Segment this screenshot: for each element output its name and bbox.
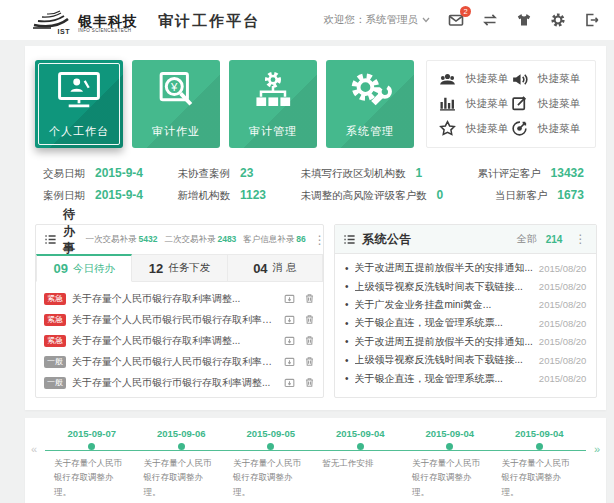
stats-row: 交易日期2015-9-4 案例日期2015-9-4 未协查案例23 新增机构数1… xyxy=(43,166,584,210)
quick-menu-item-chart[interactable]: 快捷菜单 xyxy=(439,95,511,112)
timeline-event[interactable]: 2015-09-07 关于存量个人民币银行存取调整办理。 xyxy=(47,428,137,499)
settings-gear-icon[interactable] xyxy=(550,12,566,28)
notice-item[interactable]: • 关于改进周五提前放假半天的安排通知... 2015/08/20 xyxy=(345,259,586,277)
more-options-icon[interactable]: ⋮ xyxy=(572,232,588,246)
timeline-next-arrow[interactable]: » xyxy=(594,443,600,455)
event-text: 关于存量个人民币银行存取调整办理。 xyxy=(233,456,309,499)
tab-messages[interactable]: 04 消 息 xyxy=(228,254,323,282)
quick-menu-label: 快捷菜单 xyxy=(466,97,508,111)
archive-icon[interactable] xyxy=(284,293,295,304)
counter-secondary-entry[interactable]: 二次交易补录2483 xyxy=(164,234,236,246)
tile-audit-job[interactable]: ¥ 审计作业 xyxy=(132,60,220,148)
user-menu[interactable]: 欢迎您：系统管理员 xyxy=(324,13,431,27)
todo-item[interactable]: 一般 关于存量个人民币银行币银行存取利率调整... xyxy=(44,372,315,393)
event-text: 关于存量个人民币银行存取调整办理。 xyxy=(412,456,488,499)
notice-item-text[interactable]: 上级领导视察反洗钱时间表下载链接... xyxy=(355,353,533,367)
notice-item[interactable]: • 关于改进周五提前放假半天的安排通知... 2015/08/20 xyxy=(345,333,586,351)
stat-group-dates: 交易日期2015-9-4 案例日期2015-9-4 xyxy=(43,166,143,210)
trash-icon[interactable] xyxy=(304,356,315,367)
event-text: 暂无工作安排 xyxy=(323,456,399,470)
timeline-dot xyxy=(178,443,185,450)
notice-item-text[interactable]: 关于银企直连，现金管理系统票... xyxy=(355,372,533,386)
notice-item[interactable]: • 上级领导视察反洗钱时间表下载链接... 2015/08/20 xyxy=(345,277,586,295)
trash-icon[interactable] xyxy=(304,377,315,388)
todo-item-text[interactable]: 关于存量个人人民币银行民币银行存取利率调整... xyxy=(72,313,278,327)
page-title: 审计工作平台 xyxy=(158,12,260,33)
more-options-icon[interactable]: ⋮ xyxy=(312,233,328,247)
timeline-event[interactable]: 2015-09-04 暂无工作安排 xyxy=(316,428,406,499)
tab-today-todo[interactable]: 09 今日待办 xyxy=(36,254,132,282)
speaker-icon xyxy=(511,71,528,88)
event-date: 2015-09-04 xyxy=(323,428,399,439)
svg-text:¥: ¥ xyxy=(170,81,178,93)
tile-audit-management[interactable]: 审计管理 xyxy=(229,60,317,148)
notice-item-date: 2015/08/20 xyxy=(539,355,587,366)
notice-item[interactable]: • 关于银企直连，现金管理系统票... 2015/08/20 xyxy=(345,314,586,332)
star-icon xyxy=(439,120,456,137)
company-subtitle: INFO SCIENCE&TECH xyxy=(78,28,132,33)
logout-icon[interactable] xyxy=(584,12,600,28)
todo-item-text[interactable]: 关于存量个人民币银行存取利率调整... xyxy=(72,334,278,348)
quick-menu-item-users[interactable]: 快捷菜单 xyxy=(439,71,511,88)
stat-label: 未调整的高风险评级客户数 xyxy=(300,189,426,203)
tile-label: 审计管理 xyxy=(229,124,317,139)
all-notices-link[interactable]: 全部 xyxy=(517,232,537,246)
stat-value: 1 xyxy=(415,166,422,180)
quick-menu-label: 快捷菜单 xyxy=(538,97,580,111)
notice-item-text[interactable]: 上级领导视察反洗钱时间表下载链接... xyxy=(355,280,533,294)
bullet-icon: • xyxy=(345,299,349,310)
stat-group-cases: 未协查案例23 新增机构数1123 xyxy=(177,166,266,210)
archive-icon[interactable] xyxy=(284,356,295,367)
archive-icon[interactable] xyxy=(284,377,295,388)
todo-item-text[interactable]: 关于存量个人民币银行币银行存取利率调整... xyxy=(72,376,278,390)
tile-personal-workbench[interactable]: 个人工作台 xyxy=(35,60,123,148)
timeline-event[interactable]: 2015-09-05 关于存量个人民币银行存取调整办理。 xyxy=(226,428,316,499)
priority-badge: 一般 xyxy=(44,356,66,368)
tile-system-management[interactable]: 系统管理 xyxy=(326,60,414,148)
quick-menu-label: 快捷菜单 xyxy=(466,72,508,86)
todo-item[interactable]: 紧急 关于存量个人民币银行存取利率调整... xyxy=(44,288,315,309)
event-date: 2015-09-04 xyxy=(502,428,578,439)
timeline-prev-arrow[interactable]: « xyxy=(31,443,37,455)
notice-item-text[interactable]: 关于改进周五提前放假半天的安排通知... xyxy=(355,335,533,349)
timeline-dot xyxy=(446,443,453,450)
top-header: IST 银丰科技 INFO SCIENCE&TECH 审计工作平台 欢迎您：系统… xyxy=(0,0,614,40)
gear-wrench-icon xyxy=(346,70,394,118)
notice-item[interactable]: • 上级领导视察反洗钱时间表下载链接... 2015/08/20 xyxy=(345,351,586,369)
quick-menu-item-speaker[interactable]: 快捷菜单 xyxy=(511,71,583,88)
trash-icon[interactable] xyxy=(304,293,315,304)
todo-panel: 待办事项 一次交易补录5432 二次交易补录2483 客户信息补录86 ⋮ 09… xyxy=(35,224,324,398)
notice-item-text[interactable]: 关于银企直连，现金管理系统票... xyxy=(355,316,533,330)
trash-icon[interactable] xyxy=(304,335,315,346)
notice-item[interactable]: • 关于广发金业务挂盘mini黄金... 2015/08/20 xyxy=(345,296,586,314)
quick-menu-item-star[interactable]: 快捷菜单 xyxy=(439,120,511,137)
notice-item[interactable]: • 关于银企直连，现金管理系统票... 2015/08/20 xyxy=(345,369,586,387)
swap-icon[interactable] xyxy=(482,12,498,28)
todo-item[interactable]: 紧急 关于存量个人人民币银行民币银行存取利率调整... xyxy=(44,309,315,330)
notice-item-text[interactable]: 关于改进周五提前放假半天的安排通知... xyxy=(355,261,533,275)
archive-icon[interactable] xyxy=(284,314,295,325)
todo-item[interactable]: 一般 关于存量个人民币银行人民币银行存取利率调整... xyxy=(44,351,315,372)
counter-primary-entry[interactable]: 一次交易补录5432 xyxy=(86,234,158,246)
tab-task-dispatch[interactable]: 12 任务下发 xyxy=(132,254,227,282)
timeline-event[interactable]: 2015-09-04 关于存量个人民币银行存取调整办理。 xyxy=(495,428,585,499)
notice-item-text[interactable]: 关于广发金业务挂盘mini黄金... xyxy=(355,298,533,312)
timeline-event[interactable]: 2015-09-06 关于存量个人民币银行存取调整办理。 xyxy=(137,428,227,499)
all-notices-count[interactable]: 214 xyxy=(546,234,563,245)
event-date: 2015-09-07 xyxy=(54,428,130,439)
theme-shirt-icon[interactable] xyxy=(516,12,532,28)
message-icon[interactable]: 2 xyxy=(448,12,464,28)
counter-customer-info[interactable]: 客户信息补录86 xyxy=(243,234,305,246)
todo-item-text[interactable]: 关于存量个人民币银行存取利率调整... xyxy=(72,292,278,306)
archive-icon[interactable] xyxy=(284,335,295,346)
timeline-event[interactable]: 2015-09-04 关于存量个人民币银行存取调整办理。 xyxy=(405,428,495,499)
bullet-icon: • xyxy=(345,281,349,292)
trash-icon[interactable] xyxy=(304,314,315,325)
quick-menu-item-edit[interactable]: 快捷菜单 xyxy=(511,95,583,112)
event-date: 2015-09-04 xyxy=(412,428,488,439)
dashboard-card: 个人工作台 ¥ 审计作业 xyxy=(25,46,606,410)
todo-item-text[interactable]: 关于存量个人民币银行人民币银行存取利率调整... xyxy=(72,355,278,369)
priority-badge: 紧急 xyxy=(44,335,66,347)
todo-item[interactable]: 紧急 关于存量个人民币银行存取利率调整... xyxy=(44,330,315,351)
quick-menu-item-target[interactable]: 快捷菜单 xyxy=(511,120,583,137)
